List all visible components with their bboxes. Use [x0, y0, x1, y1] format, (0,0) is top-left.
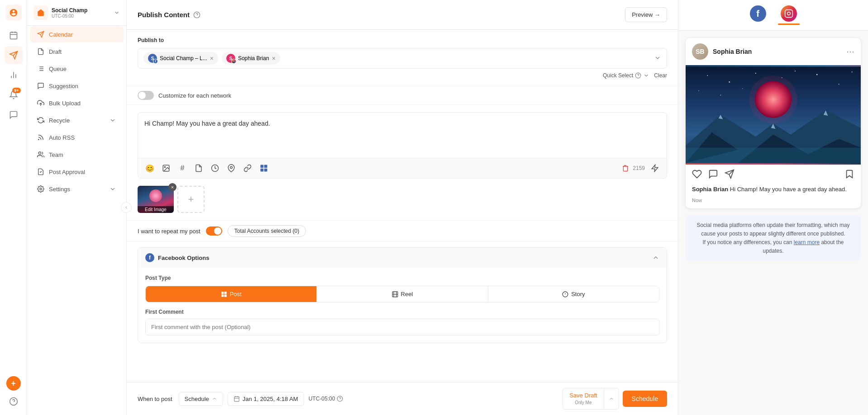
help-circle-icon[interactable] — [193, 11, 200, 19]
preview-post-text-content: Hi Champ! May you have a great day ahead… — [728, 186, 847, 193]
nav-item-post-approval[interactable]: Post Approval — [30, 164, 124, 180]
nav-item-recycle[interactable]: Recycle — [30, 112, 124, 128]
clear-button[interactable]: Clear — [654, 72, 667, 79]
timezone-help-icon — [337, 396, 343, 402]
total-accounts-badge[interactable]: Total Accounts selected (0) — [228, 225, 306, 237]
trash-icon[interactable] — [622, 165, 629, 172]
emoji-button[interactable]: 😊 — [143, 162, 156, 174]
post-type-reel-button[interactable]: Reel — [317, 286, 488, 302]
post-type-story-button[interactable]: Story — [488, 286, 659, 302]
svg-point-56 — [707, 75, 708, 76]
location-button[interactable] — [225, 162, 238, 174]
svg-marker-35 — [652, 165, 658, 172]
svg-point-64 — [720, 94, 721, 95]
quick-select-button[interactable]: Quick Select — [603, 72, 649, 79]
preview-actions — [686, 165, 861, 185]
social-champ-chip-remove[interactable]: × — [210, 55, 214, 61]
sophia-brian-chip-remove[interactable]: × — [272, 55, 276, 61]
svg-point-61 — [839, 84, 839, 85]
note-button[interactable] — [192, 162, 205, 174]
form-card: Publish Content Preview → Publish to — [127, 0, 678, 385]
nav-item-recycle-label: Recycle — [49, 117, 70, 124]
facebook-options-header[interactable]: f Facebook Options — [138, 248, 667, 268]
preview-button[interactable]: Preview → — [625, 7, 667, 22]
workspace-selector[interactable]: Social Champ UTC-05:00 — [27, 0, 126, 26]
social-tab-facebook[interactable]: f — [747, 5, 769, 25]
sidebar-item-help[interactable] — [5, 392, 23, 410]
like-button[interactable] — [692, 169, 702, 180]
instagram-circle-icon — [781, 5, 797, 22]
footer-actions: Save Draft Only Me Schedule — [563, 388, 667, 410]
preview-avatar: SB — [692, 43, 708, 60]
bookmark-button[interactable] — [844, 169, 854, 180]
nav-item-auto-rss[interactable]: Auto RSS — [30, 129, 124, 146]
first-comment-label: First Comment — [145, 309, 659, 315]
learn-more-link[interactable]: learn more — [794, 239, 820, 245]
nav-item-suggestion[interactable]: Suggestion — [30, 78, 124, 94]
first-comment-input[interactable] — [145, 319, 659, 335]
customize-toggle[interactable] — [138, 91, 154, 100]
nav-item-bulk-upload[interactable]: Bulk Upload — [30, 95, 124, 111]
edit-image-label[interactable]: Edit Image — [138, 206, 174, 213]
schedule-select[interactable]: Schedule — [179, 392, 223, 406]
nav-item-queue[interactable]: Queue — [30, 61, 124, 77]
comment-button[interactable] — [708, 169, 718, 180]
share-button[interactable] — [725, 169, 734, 180]
social-champ-chip-label: Social Champ – L... — [160, 55, 207, 61]
clock-button[interactable] — [209, 162, 221, 174]
nav-item-publish[interactable]: Calendar — [30, 26, 124, 42]
nav-item-team[interactable]: Team — [30, 146, 124, 163]
publish-content-title: Publish Content — [138, 11, 190, 19]
social-tab-instagram[interactable] — [778, 5, 800, 25]
nav-item-settings[interactable]: Settings — [30, 181, 124, 197]
publish-to-section: Publish to S f Social Champ – L... × — [127, 30, 678, 86]
account-chip-social-champ[interactable]: S f Social Champ – L... × — [143, 52, 218, 65]
nav-item-draft[interactable]: Draft — [30, 43, 124, 60]
repeat-label: I want to repeat my post — [138, 228, 200, 235]
save-draft-dropdown[interactable] — [604, 388, 619, 409]
svg-rect-53 — [785, 10, 792, 18]
sidebar-item-inbox[interactable] — [5, 106, 23, 124]
preview-content: SB Sophia Brian ⋯ — [678, 31, 868, 415]
text-editor: Hi Champ! May you have a great day ahead… — [138, 112, 667, 179]
sidebar-item-calendar[interactable] — [5, 26, 23, 44]
save-draft-button[interactable]: Save Draft Only Me — [563, 388, 619, 410]
facebook-options-chevron-icon — [652, 254, 659, 261]
post-text-input[interactable]: Hi Champ! May you have a great day ahead… — [138, 113, 667, 158]
svg-rect-33 — [261, 169, 264, 172]
add-button[interactable]: + — [6, 376, 21, 391]
sidebar-item-analytics[interactable] — [5, 66, 23, 84]
save-draft-main[interactable]: Save Draft Only Me — [563, 388, 603, 409]
svg-point-30 — [230, 166, 233, 169]
nav-item-auto-rss-label: Auto RSS — [49, 134, 75, 141]
svg-point-58 — [755, 73, 756, 74]
svg-rect-38 — [221, 294, 224, 297]
add-image-button[interactable]: + — [177, 186, 205, 213]
sidebar-item-publish[interactable] — [5, 46, 23, 64]
hashtag-button[interactable]: # — [176, 162, 189, 174]
link-button[interactable] — [241, 162, 254, 174]
quick-select-help-icon — [635, 72, 641, 79]
sidebar-item-notifications[interactable]: 9+ — [5, 86, 23, 104]
ai-edit-button[interactable] — [649, 162, 661, 174]
image-remove-button[interactable]: × — [168, 183, 176, 191]
app-logo[interactable] — [5, 5, 22, 21]
schedule-button[interactable]: Schedule — [623, 391, 667, 407]
timezone-badge[interactable]: UTC-05:00 — [309, 396, 343, 402]
date-select[interactable]: Jan 1, 2025, 4:18 AM — [228, 392, 304, 406]
repeat-toggle[interactable] — [206, 226, 222, 236]
preview-post-text: Sophia Brian Hi Champ! May you have a gr… — [686, 185, 861, 198]
save-draft-sub-label: Only Me — [569, 400, 597, 406]
svg-point-65 — [795, 71, 796, 71]
recycle-toolbar-button[interactable] — [258, 162, 270, 174]
svg-point-60 — [816, 74, 818, 75]
publish-to-dropdown[interactable] — [654, 54, 661, 63]
svg-rect-39 — [224, 294, 226, 297]
sidebar-collapse-button[interactable] — [121, 202, 132, 213]
facebook-tab-indicator — [747, 24, 769, 25]
image-toolbar-button[interactable] — [160, 162, 172, 174]
account-chip-sophia-brian[interactable]: S 📷 Sophia Brian × — [222, 52, 280, 65]
preview-more-button[interactable]: ⋯ — [846, 47, 854, 57]
post-type-post-button[interactable]: Post — [146, 286, 317, 302]
editor-text: Hi Champ! May you have a great day ahead… — [144, 120, 270, 127]
